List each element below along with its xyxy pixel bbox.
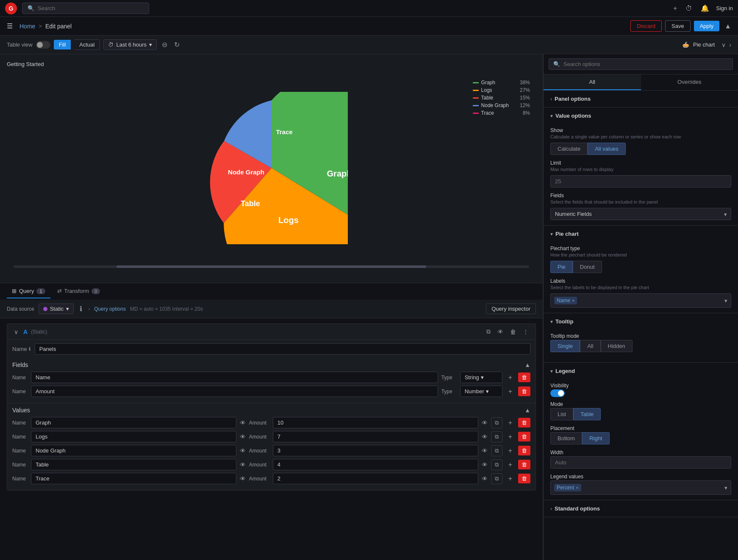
table-view-switch[interactable] bbox=[36, 41, 50, 49]
tooltip-header[interactable]: ▾ Tooltip bbox=[544, 313, 738, 330]
val-amount-input-2[interactable] bbox=[273, 431, 478, 442]
query-options-link[interactable]: Query options bbox=[94, 306, 126, 312]
sign-in-button[interactable]: Sign in bbox=[716, 5, 733, 11]
val-amount-eye-4[interactable]: 👁 bbox=[482, 461, 488, 468]
val-add-btn-1[interactable]: + bbox=[506, 418, 515, 428]
val-del-btn-4[interactable]: 🗑 bbox=[518, 460, 530, 469]
values-collapse-button[interactable]: ▲ bbox=[524, 407, 530, 414]
options-search-inner[interactable]: 🔍 bbox=[549, 58, 733, 70]
val-amount-input-5[interactable] bbox=[273, 473, 478, 484]
val-amount-input-3[interactable] bbox=[273, 445, 478, 456]
val-copy-btn-3[interactable]: ⧉ bbox=[491, 445, 502, 456]
search-bar[interactable]: 🔍 bbox=[22, 3, 149, 14]
val-copy-btn-5[interactable]: ⧉ bbox=[491, 473, 502, 484]
val-name-input-1[interactable] bbox=[31, 417, 236, 428]
right-btn[interactable]: Right bbox=[582, 432, 609, 444]
tag-dropdown-arrow[interactable]: ▾ bbox=[724, 298, 727, 304]
tab-all[interactable]: All bbox=[544, 74, 641, 90]
del-field-button-1[interactable]: 🗑 bbox=[518, 372, 530, 382]
add-field-button-1[interactable]: + bbox=[506, 373, 515, 382]
val-del-btn-2[interactable]: 🗑 bbox=[518, 432, 530, 441]
width-input[interactable] bbox=[550, 456, 731, 469]
tag-remove[interactable]: × bbox=[572, 298, 574, 303]
breadcrumb-home[interactable]: Home bbox=[19, 23, 35, 30]
limit-input[interactable] bbox=[550, 175, 731, 188]
tooltip-hidden-btn[interactable]: Hidden bbox=[601, 340, 633, 352]
val-name-input-4[interactable] bbox=[31, 459, 236, 470]
tab-query[interactable]: ⊞ Query 1 bbox=[7, 284, 50, 298]
actual-button[interactable]: Actual bbox=[74, 39, 100, 50]
name-input[interactable] bbox=[35, 343, 530, 355]
tooltip-all-btn[interactable]: All bbox=[580, 340, 600, 352]
add-field-button-2[interactable]: + bbox=[506, 387, 515, 396]
val-amount-eye-3[interactable]: 👁 bbox=[482, 447, 488, 454]
value-options-header[interactable]: ▾ Value options bbox=[544, 108, 738, 124]
tag-remove-percent[interactable]: × bbox=[576, 485, 578, 490]
panel-nav-prev[interactable]: ∨ bbox=[721, 41, 726, 48]
calculate-button[interactable]: Calculate bbox=[550, 143, 588, 155]
search-input[interactable] bbox=[38, 5, 144, 11]
val-copy-btn-4[interactable]: ⧉ bbox=[491, 459, 502, 470]
val-amount-eye-2[interactable]: 👁 bbox=[482, 433, 488, 440]
val-del-btn-3[interactable]: 🗑 bbox=[518, 446, 530, 455]
fill-button[interactable]: Fill bbox=[54, 40, 71, 50]
query-eye-button[interactable]: 👁 bbox=[496, 327, 505, 336]
discard-button[interactable]: Discard bbox=[630, 20, 662, 32]
val-copy-btn-1[interactable]: ⧉ bbox=[491, 417, 502, 428]
standard-options-section[interactable]: › Standard options bbox=[544, 500, 738, 517]
val-name-input-2[interactable] bbox=[31, 431, 236, 442]
val-eye-btn-2[interactable]: 👁 bbox=[240, 433, 246, 440]
all-values-button[interactable]: All values bbox=[588, 143, 626, 155]
legend-header[interactable]: ▾ Legend bbox=[544, 363, 738, 379]
query-collapse-button[interactable]: ∨ bbox=[12, 328, 20, 336]
val-amount-input-4[interactable] bbox=[273, 459, 478, 470]
val-amount-eye-1[interactable]: 👁 bbox=[482, 419, 488, 426]
tab-overrides[interactable]: Overrides bbox=[641, 74, 738, 90]
val-del-btn-1[interactable]: 🗑 bbox=[518, 418, 530, 428]
visibility-toggle[interactable] bbox=[550, 389, 565, 397]
hamburger-button[interactable]: ☰ bbox=[7, 22, 13, 30]
add-button[interactable]: + bbox=[671, 3, 679, 14]
field-type-select-1[interactable]: String ▾ bbox=[460, 372, 502, 383]
table-btn[interactable]: Table bbox=[573, 408, 601, 420]
chart-scrollbar[interactable] bbox=[14, 265, 529, 268]
donut-btn[interactable]: Donut bbox=[573, 261, 602, 273]
collapse-button[interactable]: ▲ bbox=[724, 22, 731, 30]
val-eye-btn-5[interactable]: 👁 bbox=[240, 475, 246, 482]
query-inspector-button[interactable]: Query inspector bbox=[486, 303, 536, 314]
apply-button[interactable]: Apply bbox=[694, 21, 720, 31]
tooltip-single-btn[interactable]: Single bbox=[550, 340, 580, 352]
legend-values-dropdown[interactable]: ▾ bbox=[724, 485, 727, 491]
datasource-selector[interactable]: Static ▾ bbox=[39, 303, 74, 314]
query-menu-button[interactable]: ⋮ bbox=[521, 327, 530, 336]
val-add-btn-3[interactable]: + bbox=[506, 446, 515, 455]
tab-transform[interactable]: ⇄ Transform 0 bbox=[52, 284, 105, 298]
val-eye-btn-3[interactable]: 👁 bbox=[240, 447, 246, 454]
field-type-select-2[interactable]: Number ▾ bbox=[460, 386, 502, 397]
refresh-button[interactable]: ↻ bbox=[172, 39, 181, 50]
val-copy-btn-2[interactable]: ⧉ bbox=[491, 431, 502, 442]
field-name-input-1[interactable] bbox=[31, 372, 438, 383]
field-name-input-2[interactable] bbox=[31, 386, 438, 397]
val-del-btn-5[interactable]: 🗑 bbox=[518, 474, 530, 483]
val-amount-eye-5[interactable]: 👁 bbox=[482, 475, 488, 482]
query-copy-button[interactable]: ⧉ bbox=[485, 327, 492, 336]
pie-chart-header[interactable]: ▾ Pie chart bbox=[544, 226, 738, 242]
save-button[interactable]: Save bbox=[665, 20, 691, 32]
panel-type-selector[interactable]: 🥧 Pie chart bbox=[679, 39, 718, 50]
val-amount-input-1[interactable] bbox=[273, 417, 478, 428]
del-field-button-2[interactable]: 🗑 bbox=[518, 386, 530, 396]
datasource-info-button[interactable]: ℹ bbox=[78, 303, 84, 314]
history-button[interactable]: ⏱ bbox=[684, 3, 694, 14]
alerts-button[interactable]: 🔔 bbox=[699, 3, 711, 14]
labels-tag-input[interactable]: Name × ▾ bbox=[550, 293, 731, 308]
zoom-out-button[interactable]: ⊖ bbox=[160, 39, 169, 50]
val-name-input-5[interactable] bbox=[31, 473, 236, 484]
val-eye-btn-4[interactable]: 👁 bbox=[240, 461, 246, 468]
val-add-btn-4[interactable]: + bbox=[506, 460, 515, 469]
panel-options-header[interactable]: › Panel options bbox=[544, 91, 738, 107]
options-search-input[interactable] bbox=[563, 61, 728, 67]
query-trash-button[interactable]: 🗑 bbox=[508, 327, 518, 336]
legend-values-tag-input[interactable]: Percent × ▾ bbox=[550, 480, 731, 495]
val-add-btn-2[interactable]: + bbox=[506, 432, 515, 441]
